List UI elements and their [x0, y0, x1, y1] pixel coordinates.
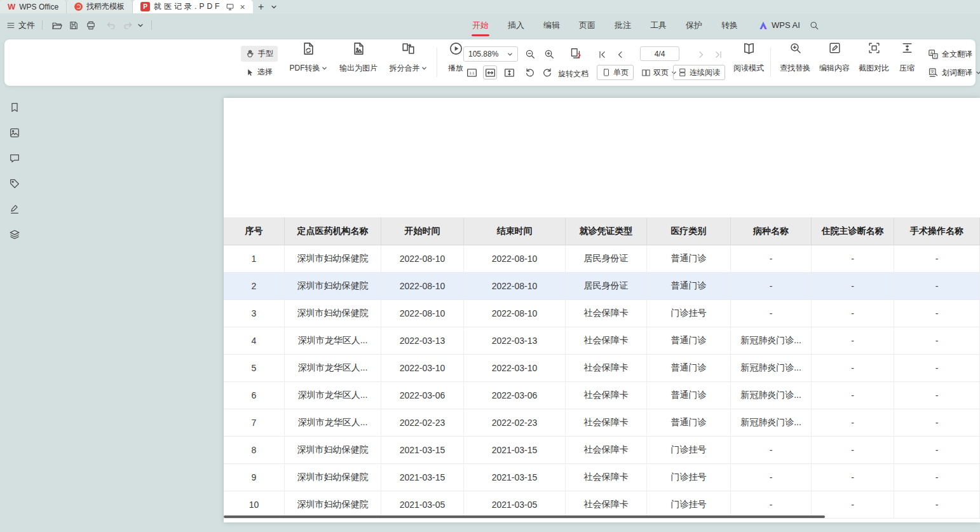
single-page-button[interactable]: 单页 [597, 65, 634, 80]
word-translation-button[interactable]: 文 划词翻译 [923, 65, 980, 81]
export-image-button[interactable]: 输出为图片 [334, 39, 383, 76]
rotate-right-button[interactable] [540, 65, 554, 79]
pdf-page[interactable]: 序号定点医药机构名称开始时间结束时间就诊凭证类型医疗类别病种名称住院主诊断名称手… [224, 98, 980, 522]
first-page-button[interactable] [595, 48, 609, 62]
table-cell: 深圳市龙华区人... [285, 327, 381, 355]
undo-history-chevron[interactable] [135, 18, 146, 32]
undo-button[interactable] [104, 18, 118, 32]
table-cell: - [812, 245, 894, 273]
svg-text:1:1: 1:1 [469, 71, 474, 75]
print-button[interactable] [84, 18, 98, 32]
open-file-button[interactable] [50, 18, 64, 32]
table-header-cell: 病种名称 [731, 217, 812, 245]
compress-button[interactable]: 压缩 [894, 39, 920, 76]
select-tool-button[interactable]: 选择 [241, 64, 277, 80]
menu-tab-edit[interactable]: 编辑 [534, 13, 569, 37]
signature-panel-button[interactable] [8, 202, 21, 215]
menu-tab-home[interactable]: 开始 [463, 13, 498, 37]
cursor-icon [245, 68, 254, 77]
zoom-out-button[interactable] [523, 47, 537, 61]
menu-tab-comment[interactable]: 批注 [605, 13, 641, 37]
split-merge-button[interactable]: 拆分合并 [385, 39, 432, 76]
edit-content-button[interactable]: 编辑内容 [816, 39, 853, 76]
zoom-select[interactable]: 105.88% [463, 46, 518, 62]
next-page-icon [696, 50, 706, 60]
table-cell: 新冠肺炎门诊... [731, 382, 812, 409]
table-cell: 新冠肺炎门诊... [731, 355, 812, 382]
find-replace-button[interactable]: 查找替换 [777, 39, 813, 76]
menu-tab-tools[interactable]: 工具 [641, 13, 676, 37]
tab-document[interactable]: P 就医记录.PDF × [133, 0, 253, 13]
table-cell: 社会保障卡 [566, 327, 647, 355]
actual-size-button[interactable]: 1:1 [465, 65, 479, 79]
file-menu-button[interactable]: 文件 [6, 13, 35, 37]
screenshot-compare-button[interactable]: 截图对比 [855, 39, 892, 76]
previous-page-button[interactable] [613, 48, 627, 62]
new-tab-button[interactable]: + [253, 0, 269, 13]
table-cell: 深圳市龙华区人... [285, 409, 381, 437]
table-cell: - [812, 491, 894, 519]
bookmarks-panel-button[interactable] [8, 100, 21, 114]
rotate-left-button[interactable] [523, 65, 537, 79]
zoom-value: 105.88% [468, 50, 498, 58]
menu-divider [151, 20, 152, 30]
table-cell: 新冠肺炎门诊... [731, 409, 812, 437]
screenshot-compare-icon [868, 41, 881, 55]
full-translation-label: 全文翻译 [942, 49, 972, 60]
menu-tab-insert[interactable]: 插入 [498, 13, 534, 37]
table-cell: - [812, 464, 894, 491]
read-mode-label: 阅读模式 [733, 63, 764, 74]
wps-ai-button[interactable]: WPS AI [758, 13, 800, 37]
table-cell: 新冠肺炎门诊... [731, 327, 812, 355]
tags-panel-button[interactable] [8, 177, 21, 190]
menu-tab-insert-label: 插入 [508, 20, 524, 31]
table-row: 7深圳市龙华区人...2022-02-232022-02-23社会保障卡普通门诊… [224, 409, 980, 437]
menu-search-button[interactable] [807, 18, 821, 32]
book-icon [742, 41, 756, 56]
print-icon [86, 20, 96, 31]
fit-width-icon [484, 67, 496, 79]
table-cell: 2022-08-10 [464, 273, 566, 300]
folder-open-icon [51, 20, 62, 31]
table-header-cell: 就诊凭证类型 [566, 217, 647, 245]
fit-width-button[interactable] [483, 65, 497, 79]
medical-records-table: 序号定点医药机构名称开始时间结束时间就诊凭证类型医疗类别病种名称住院主诊断名称手… [224, 217, 980, 519]
comments-panel-button[interactable] [8, 151, 21, 165]
table-cell: 7 [224, 409, 285, 437]
last-page-button[interactable] [711, 48, 725, 62]
next-page-button[interactable] [694, 48, 708, 62]
full-translation-button[interactable]: A 文 全文翻译 [923, 46, 977, 62]
signature-pen-icon [9, 203, 20, 215]
thumbnails-panel-button[interactable] [8, 126, 21, 139]
hand-tool-button[interactable]: 手型 [241, 46, 278, 62]
menu-tab-protect[interactable]: 保护 [676, 13, 712, 37]
redo-button[interactable] [121, 18, 135, 32]
table-row: 6深圳市龙华区人...2022-03-062022-03-06社会保障卡普通门诊… [224, 382, 980, 409]
layers-panel-button[interactable] [8, 228, 21, 241]
save-button[interactable] [67, 18, 81, 32]
share-screen-icon[interactable] [226, 3, 235, 11]
extract-pages-button[interactable] [569, 46, 583, 60]
rotate-doc-label[interactable]: 旋转文档 [558, 69, 589, 79]
double-page-icon [641, 68, 651, 78]
tab-docer-template[interactable]: 找稻壳模板 [67, 0, 133, 13]
menu-tab-home-label: 开始 [472, 20, 489, 31]
continuous-read-button[interactable]: 连续阅读 [673, 65, 725, 80]
zoom-in-button[interactable] [542, 47, 556, 61]
table-cell: 2021-03-15 [381, 464, 464, 491]
rotate-right-icon [541, 67, 553, 78]
close-tab-icon[interactable]: × [240, 2, 245, 12]
page-indicator-input[interactable] [640, 46, 679, 61]
tab-wps-office[interactable]: W WPS Office [0, 0, 67, 13]
table-cell: - [812, 327, 894, 355]
table-cell: - [894, 382, 980, 409]
horizontal-scrollbar[interactable] [224, 515, 825, 518]
edit-content-label: 编辑内容 [819, 63, 850, 74]
fit-page-button[interactable] [502, 65, 516, 79]
menu-tab-page[interactable]: 页面 [569, 13, 605, 37]
menu-tab-edit-label: 编辑 [543, 20, 560, 31]
read-mode-button[interactable]: 阅读模式 [730, 39, 767, 76]
pdf-convert-button[interactable]: PDF转换 [285, 39, 332, 76]
tab-list-chevron-icon[interactable] [271, 0, 277, 13]
menu-tab-convert[interactable]: 转换 [712, 13, 747, 37]
